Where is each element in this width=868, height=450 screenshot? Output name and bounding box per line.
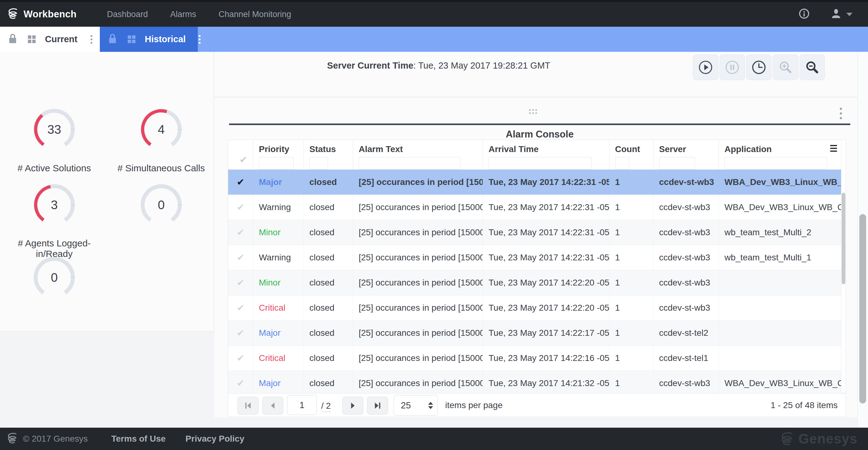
table-row[interactable]: ✔Majorclosed[25] occurances in period [1…	[228, 320, 841, 346]
gauge-active-solutions: 33	[31, 106, 78, 153]
application-cell: wb_team_test_Multi_2	[719, 220, 841, 245]
count-cell: 1	[610, 320, 653, 345]
priority-cell: Critical	[253, 296, 304, 320]
application-cell	[719, 320, 841, 345]
page-scrollbar	[858, 52, 868, 428]
application-filter-input[interactable]	[724, 157, 827, 169]
arrival-time-cell: Tue, 23 May 2017 14:22:20 -0500	[483, 296, 610, 320]
application-cell	[719, 346, 841, 370]
next-page-button[interactable]	[342, 397, 363, 415]
count-cell: 1	[610, 346, 653, 370]
nav-item-alarms[interactable]: Alarms	[159, 10, 207, 19]
page-scrollbar-thumb[interactable]	[859, 214, 866, 403]
select-all-check-icon[interactable]: ✔	[228, 140, 253, 169]
arrival-time-cell: Tue, 23 May 2017 14:22:31 -0500	[483, 220, 610, 245]
priority-filter-input[interactable]	[259, 157, 293, 169]
priority-cell: Warning	[253, 245, 304, 270]
alarm-text-cell: [25] occurances in period [15000...	[353, 346, 483, 370]
tab-menu-kebab-icon[interactable]	[91, 35, 92, 44]
row-check-icon[interactable]: ✔	[228, 371, 253, 396]
server-cell: ccdev-st-tel1	[653, 346, 719, 370]
status-cell: closed	[304, 195, 353, 220]
arrival-time-cell: Tue, 23 May 2017 14:22:31 -0500	[483, 245, 610, 270]
row-check-icon[interactable]: ✔	[228, 320, 253, 345]
arrival-time-cell: Tue, 23 May 2017 14:22:20 -0500	[483, 270, 610, 295]
alarm-text-filter-input[interactable]	[359, 157, 460, 169]
alarm-text-cell: [25] occurances in period [15000...	[353, 296, 483, 320]
priority-cell: Minor	[253, 220, 304, 245]
first-page-button[interactable]	[238, 397, 258, 415]
table-row[interactable]: ✔Warningclosed[25] occurances in period …	[228, 195, 841, 220]
top-nav: Workbench Dashboard Alarms Channel Monit…	[0, 2, 868, 27]
tab-historical[interactable]: Historical	[100, 27, 198, 52]
page-size-stepper-icon[interactable]	[428, 402, 433, 409]
server-cell: ccdev-st-wb3	[653, 220, 719, 245]
pause-button[interactable]	[719, 55, 745, 80]
tab-current[interactable]: Current	[0, 27, 100, 52]
table-row[interactable]: ✔Warningclosed[25] occurances in period …	[228, 245, 841, 270]
alarm-text-cell: [25] occurances in period [15000...	[353, 170, 483, 195]
info-icon[interactable]	[799, 8, 810, 21]
zoom-out-button[interactable]	[800, 55, 825, 80]
privacy-policy-link[interactable]: Privacy Policy	[185, 434, 244, 444]
server-filter-input[interactable]	[659, 157, 695, 169]
row-check-icon[interactable]: ✔	[228, 296, 253, 320]
nav-item-channel-monitoring[interactable]: Channel Monitoring	[207, 10, 302, 19]
arrival-time-cell: Tue, 23 May 2017 14:22:17 -0500	[483, 320, 610, 345]
row-check-icon[interactable]: ✔	[228, 245, 253, 270]
application-cell: WBA_Dev_WB3_Linux_WB_CCDE.	[719, 170, 841, 195]
history-clock-button[interactable]	[746, 55, 772, 80]
column-header-arrival-time: Arrival Time	[483, 140, 610, 169]
application-cell: WBA_Dev_WB3_Linux_WB_CCDE.	[719, 195, 841, 220]
page-size-select[interactable]: 25	[394, 395, 438, 416]
count-filter-input[interactable]	[615, 157, 629, 169]
arrival-time-filter-input[interactable]	[489, 157, 591, 169]
table-row[interactable]: ✔Majorclosed[25] occurances in period [1…	[228, 170, 841, 195]
row-check-icon[interactable]: ✔	[228, 270, 253, 295]
alarm-table: ✔ Priority Status Alarm Text Arrival Tim…	[228, 140, 846, 393]
widget-menu-kebab-icon[interactable]	[840, 108, 842, 119]
user-menu-caret-icon[interactable]	[846, 13, 852, 16]
terms-of-use-link[interactable]: Terms of Use	[111, 434, 165, 444]
count-cell: 1	[610, 296, 653, 320]
page-number-input[interactable]	[287, 395, 317, 415]
server-current-time: Server Current Time: Tue, 23 May 2017 19…	[327, 60, 550, 71]
top-nav-right	[799, 8, 852, 21]
tab-menu-kebab-icon[interactable]	[199, 35, 200, 44]
widget-drag-handle-icon[interactable]	[529, 109, 537, 114]
table-row[interactable]: ✔Minorclosed[25] occurances in period [1…	[228, 270, 841, 296]
table-row[interactable]: ✔Criticalclosed[25] occurances in period…	[228, 296, 841, 320]
count-cell: 1	[610, 220, 653, 245]
gauge-label: # Simultaneous Calls	[110, 163, 212, 173]
row-check-icon[interactable]: ✔	[228, 195, 253, 220]
status-filter-input[interactable]	[309, 157, 328, 169]
table-row[interactable]: ✔Criticalclosed[25] occurances in period…	[228, 346, 841, 371]
priority-cell: Major	[253, 170, 304, 195]
gauge-simultaneous-calls: 4	[138, 106, 184, 153]
zoom-in-button[interactable]	[773, 55, 798, 80]
row-check-icon[interactable]: ✔	[228, 346, 253, 370]
status-cell: closed	[304, 371, 353, 396]
gauge-value: 33	[31, 106, 78, 153]
last-page-button[interactable]	[367, 397, 388, 415]
count-cell: 1	[610, 270, 653, 295]
row-check-icon[interactable]: ✔	[228, 170, 253, 195]
table-row[interactable]: ✔Majorclosed[25] occurances in period [1…	[228, 371, 841, 396]
column-menu-hamburger-icon[interactable]	[830, 145, 837, 152]
gauge-value: 3	[31, 181, 78, 228]
arrival-time-cell: Tue, 23 May 2017 14:22:16 -0500	[483, 346, 610, 370]
gauge-value: 4	[138, 106, 184, 153]
previous-page-button[interactable]	[262, 397, 283, 415]
user-icon[interactable]	[830, 8, 842, 21]
application-cell: wb_team_test_Multi_1	[719, 245, 841, 270]
top-nav-menu: Dashboard Alarms Channel Monitoring	[96, 10, 302, 19]
alarm-text-cell: [25] occurances in period [15000...	[353, 245, 483, 270]
table-row[interactable]: ✔Minorclosed[25] occurances in period [1…	[228, 220, 841, 245]
arrival-time-cell: Tue, 23 May 2017 14:21:32 -0500	[483, 371, 610, 396]
play-button[interactable]	[693, 55, 718, 80]
genesys-wordmark: Genesys	[779, 431, 858, 447]
row-check-icon[interactable]: ✔	[228, 220, 253, 245]
table-scrollbar-thumb[interactable]	[842, 193, 845, 284]
server-cell: ccdev-st-wb3	[653, 371, 719, 396]
nav-item-dashboard[interactable]: Dashboard	[96, 10, 159, 19]
